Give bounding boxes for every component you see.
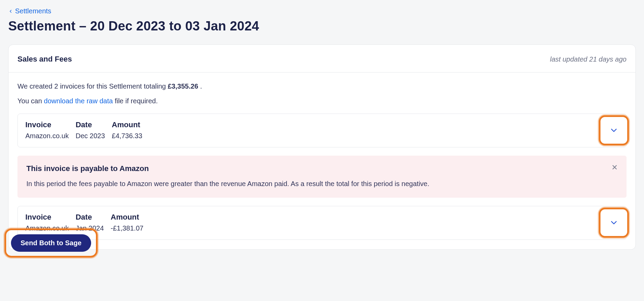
close-alert-button[interactable]: ✕ — [610, 162, 619, 173]
close-icon: ✕ — [611, 163, 618, 172]
invoice-field: Invoice Amazon.co.uk — [25, 119, 69, 141]
send-button-highlight: Send Both to Sage — [4, 228, 98, 258]
payable-to-amazon-alert: ✕ This invoice is payable to Amazon In t… — [17, 156, 627, 198]
amount-field: Amount £4,736.33 — [112, 119, 142, 141]
breadcrumb-link-settlements[interactable]: Settlements — [15, 6, 51, 16]
chevron-left-icon — [8, 9, 13, 14]
invoice-fields: Invoice Amazon.co.uk Date Dec 2023 Amoun… — [25, 119, 142, 141]
amount-header: Amount — [111, 212, 144, 223]
breadcrumb: Settlements — [8, 6, 636, 16]
card-header: Sales and Fees last updated 21 days ago — [9, 45, 635, 73]
alert-title: This invoice is payable to Amazon — [26, 163, 618, 174]
sales-fees-card: Sales and Fees last updated 21 days ago … — [8, 44, 636, 250]
invoice-header: Invoice — [25, 119, 69, 130]
intro-text: We created 2 invoices for this Settlemen… — [17, 81, 627, 91]
invoice-header: Invoice — [25, 212, 69, 223]
expand-invoice-button[interactable] — [599, 208, 629, 238]
download-raw-data-link[interactable]: download the raw data — [44, 97, 113, 105]
expand-invoice-button[interactable] — [599, 115, 629, 145]
amount-field: Amount -£1,381.07 — [111, 212, 144, 233]
invoice-row: Invoice Amazon.co.uk Date Dec 2023 Amoun… — [17, 114, 627, 147]
chevron-down-icon — [609, 126, 619, 135]
amount-value: -£1,381.07 — [111, 223, 144, 233]
date-header: Date — [76, 119, 105, 130]
date-field: Date Dec 2023 — [76, 119, 105, 141]
card-title: Sales and Fees — [17, 54, 72, 65]
card-body: We created 2 invoices for this Settlemen… — [9, 73, 635, 240]
amount-header: Amount — [112, 119, 142, 130]
download-suffix: file if required. — [113, 97, 158, 105]
page-title: Settlement – 20 Dec 2023 to 03 Jan 2024 — [8, 17, 636, 36]
amount-value: £4,736.33 — [112, 131, 142, 141]
date-value: Dec 2023 — [76, 131, 105, 141]
intro-suffix: . — [198, 82, 202, 90]
invoice-row: Invoice Amazon.co.uk Date Jan 2024 Amoun… — [17, 206, 627, 240]
intro-total: £3,355.26 — [168, 82, 198, 90]
date-header: Date — [76, 212, 104, 223]
download-prefix: You can — [17, 97, 44, 105]
download-line: You can download the raw data file if re… — [17, 96, 627, 106]
last-updated-label: last updated 21 days ago — [550, 54, 627, 64]
chevron-down-icon — [609, 218, 619, 227]
alert-body: In this period the fees payable to Amazo… — [26, 179, 618, 189]
intro-prefix: We created 2 invoices for this Settlemen… — [17, 82, 168, 90]
send-both-to-sage-button[interactable]: Send Both to Sage — [11, 234, 91, 252]
invoice-value: Amazon.co.uk — [25, 131, 69, 141]
